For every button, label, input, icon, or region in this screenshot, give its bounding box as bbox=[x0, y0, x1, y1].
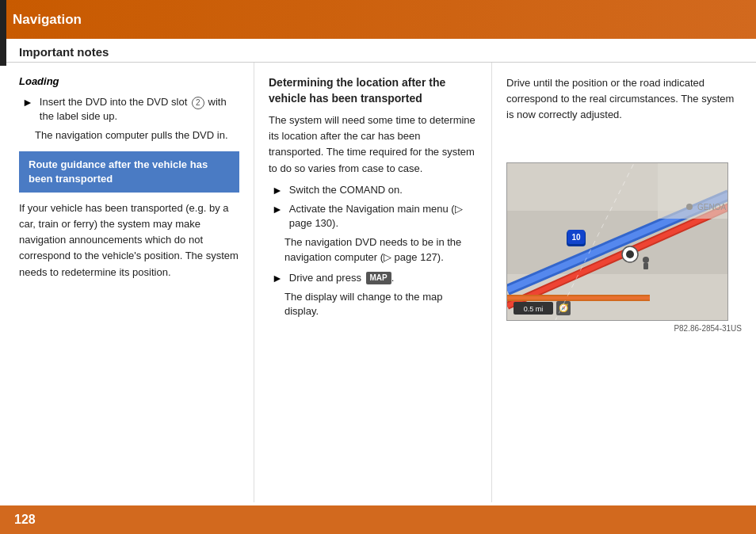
highlight-box-text: Route guidance after the vehicle has bee… bbox=[29, 158, 208, 185]
subheader: Important notes bbox=[0, 39, 756, 63]
sub-bullet-dvd-text: The navigation DVD needs to be in the na… bbox=[284, 236, 461, 262]
svg-point-13 bbox=[643, 257, 649, 263]
intro-text: The system will need some time to determ… bbox=[269, 113, 477, 177]
sub-bullet-dvd: The navigation DVD needs to be in the na… bbox=[269, 235, 477, 264]
mid-column: Determining the location after the vehic… bbox=[254, 63, 491, 502]
body-text-right: Drive until the position or the road ind… bbox=[506, 75, 742, 123]
bullet-arrow-1: ► bbox=[22, 96, 33, 124]
bullet-text-1: Insert the DVD into the DVD slot 2 with … bbox=[40, 95, 239, 124]
bullet-item-1: ► Insert the DVD into the DVD slot 2 wit… bbox=[19, 95, 239, 124]
subheader-title: Important notes bbox=[19, 45, 109, 59]
sub-bullet-display-text: The display will change to the map displ… bbox=[284, 291, 442, 317]
loading-label: Loading bbox=[19, 75, 239, 87]
map-button: MAP bbox=[366, 272, 391, 284]
map-caption: P82.86-2854-31US bbox=[506, 324, 742, 333]
bullet-item-drive: ► Drive and press MAP. bbox=[269, 271, 477, 285]
right-column: Drive until the position or the road ind… bbox=[491, 63, 756, 502]
svg-text:0.5 mi: 0.5 mi bbox=[524, 305, 544, 313]
circle-num: 2 bbox=[192, 97, 204, 109]
bullet-text-switch: Switch the COMAND on. bbox=[289, 183, 403, 197]
map-image: 10 GENOA 0.5 mi 🧭 bbox=[506, 162, 728, 321]
svg-rect-14 bbox=[643, 263, 648, 269]
highlight-box: Route guidance after the vehicle has bee… bbox=[19, 151, 239, 193]
subheader-black-bar bbox=[0, 39, 6, 66]
section-title: Determining the location after the vehic… bbox=[269, 75, 477, 106]
main-content: Loading ► Insert the DVD into the DVD sl… bbox=[0, 63, 756, 502]
sub-bullet-1: The navigation computer pulls the DVD in… bbox=[19, 128, 239, 143]
body-text-left: If your vehicle has been transported (e.… bbox=[19, 200, 239, 280]
bullet-arrow-activate: ► bbox=[272, 203, 283, 231]
map-svg: 10 GENOA 0.5 mi 🧭 bbox=[507, 163, 728, 321]
bullet-arrow-drive: ► bbox=[272, 272, 283, 285]
svg-text:10: 10 bbox=[571, 233, 581, 242]
page-title: Navigation bbox=[13, 12, 82, 28]
bullet-item-activate: ► Activate the Navigation main menu (▷ p… bbox=[269, 202, 477, 231]
header-black-bar bbox=[0, 0, 6, 39]
bullet-text-drive: Drive and press MAP. bbox=[289, 271, 395, 285]
bullet-arrow-switch: ► bbox=[272, 184, 283, 197]
bullet-item-switch: ► Switch the COMAND on. bbox=[269, 183, 477, 197]
svg-rect-22 bbox=[658, 163, 728, 219]
left-column: Loading ► Insert the DVD into the DVD sl… bbox=[0, 63, 254, 502]
bullet-text-activate: Activate the Navigation main menu (▷ pag… bbox=[289, 202, 477, 231]
svg-point-12 bbox=[626, 250, 634, 258]
page-footer: 128 bbox=[0, 505, 756, 534]
sub-bullet-display: The display will change to the map displ… bbox=[269, 290, 477, 318]
page-header: Navigation bbox=[0, 0, 756, 39]
sub-bullet-text-1: The navigation computer pulls the DVD in… bbox=[35, 129, 228, 141]
page-number: 128 bbox=[14, 513, 36, 527]
